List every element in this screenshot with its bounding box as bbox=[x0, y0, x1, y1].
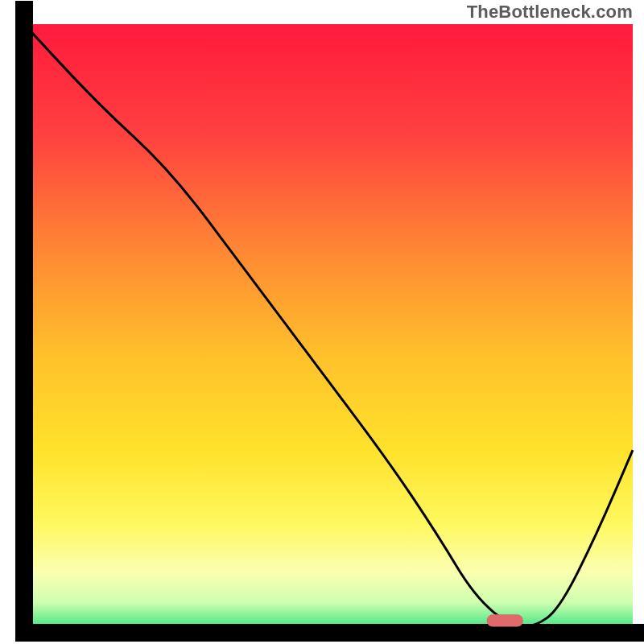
chart-container: TheBottleneck.com bbox=[0, 0, 644, 644]
bottleneck-chart bbox=[0, 0, 644, 644]
gradient-background bbox=[24, 24, 633, 633]
plot-area bbox=[24, 10, 638, 633]
watermark-text: TheBottleneck.com bbox=[467, 2, 633, 23]
optimal-marker bbox=[487, 614, 523, 626]
